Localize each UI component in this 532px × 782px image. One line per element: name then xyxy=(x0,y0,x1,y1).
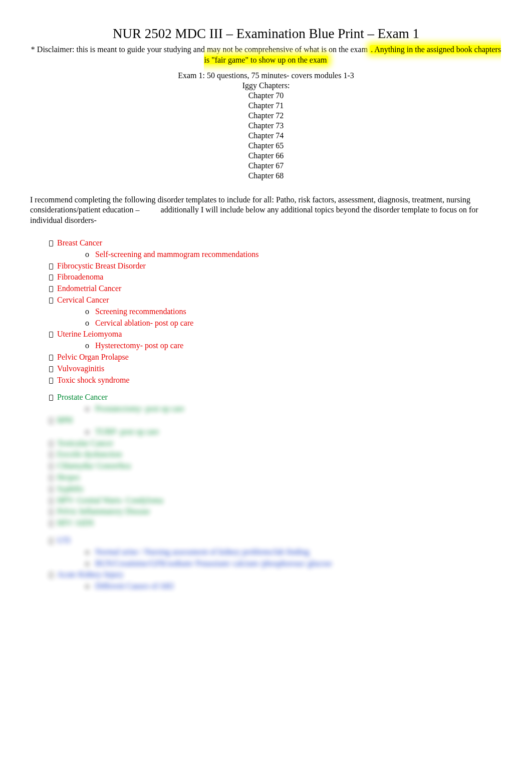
item-uterine: Uterine Leiomyoma xyxy=(57,330,122,338)
list-item: HPV- Genital Warts- Condyloma xyxy=(49,495,502,506)
item-bph: BPH xyxy=(57,416,73,424)
disclaimer-text: * Disclaimer: this is meant to guide you… xyxy=(31,45,368,54)
sub-cervical-ablation: Cervical ablation- post op care xyxy=(95,319,193,327)
list-item: Uterine Leiomyoma Hysterectomy- post op … xyxy=(49,329,502,351)
chapter-line: Chapter 65 xyxy=(30,141,502,151)
item-fibroadenoma: Fibroadenoma xyxy=(57,273,103,281)
list-item: Toxic shock syndrome xyxy=(49,375,502,386)
chapter-line: Chapter 74 xyxy=(30,131,502,141)
exam-info-block: Exam 1: 50 questions, 75 minutes- covers… xyxy=(30,71,502,181)
list-item: Endometrial Cancer xyxy=(49,284,502,294)
item-chlamydia: Chlamydia/ Gonorrhea xyxy=(57,461,131,470)
list-item: Cervical ablation- post op care xyxy=(85,318,502,329)
item-fibrocystic: Fibrocystic Breast Disorder xyxy=(57,262,146,270)
item-genital-warts: HPV- Genital Warts- Condyloma xyxy=(57,496,163,504)
item-breast-cancer: Breast Cancer xyxy=(57,238,102,247)
item-prostate: Prostate Cancer xyxy=(57,393,108,401)
list-item: Vulvovaginitis xyxy=(49,364,502,374)
sub-hysterectomy: Hysterectomy- post op care xyxy=(95,341,183,350)
disclaimer: * Disclaimer: this is meant to guide you… xyxy=(30,45,502,66)
list-item: BUN/Creatinine/GFR/sodium/ Potassium/ ca… xyxy=(85,559,502,569)
list-item: Different Causes of AKI xyxy=(85,581,502,592)
list-item: Fibroadenoma xyxy=(49,272,502,283)
list-item: Prostate Cancer Prostatectomy- post op c… xyxy=(49,392,502,414)
chapter-line: Chapter 68 xyxy=(30,171,502,181)
list-item: Cervical Cancer Screening recommendation… xyxy=(49,295,502,328)
list-item: Screening recommendations xyxy=(85,307,502,317)
exam-summary: Exam 1: 50 questions, 75 minutes- covers… xyxy=(30,71,502,81)
sub-aki-causes: Different Causes of AKI xyxy=(95,582,174,590)
list-item: Herpes xyxy=(49,472,502,483)
list-item: Pelvic Organ Prolapse xyxy=(49,352,502,363)
sub-breast-screening: Self-screening and mammogram recommendat… xyxy=(95,250,259,258)
item-pelvic: Pelvic Organ Prolapse xyxy=(57,353,129,361)
chapter-line: Chapter 70 xyxy=(30,91,502,101)
list-item: UTI Normal urine / Nursing assessment of… xyxy=(49,536,502,569)
chapter-line: Chapter 71 xyxy=(30,101,502,111)
sub-cervical-screening: Screening recommendations xyxy=(95,307,186,316)
list-item: Hysterectomy- post op care xyxy=(85,341,502,351)
sub-uti-urine: Normal urine / Nursing assessment of kid… xyxy=(95,548,309,556)
list-item: Prostatectomy- post op care xyxy=(85,404,502,414)
recommend-paragraph: I recommend completing the following dis… xyxy=(30,195,502,226)
list-item: Fibrocystic Breast Disorder xyxy=(49,261,502,272)
list-item: HIV/ AIDS xyxy=(49,518,502,529)
list-item: Testicular Cancer xyxy=(49,438,502,449)
item-aki: Acute Kidney Injury xyxy=(57,570,123,579)
item-syphilis: Syphilis xyxy=(57,484,83,493)
sub-turp: TURP- post op care xyxy=(95,427,159,436)
list-item: Self-screening and mammogram recommendat… xyxy=(85,249,502,260)
list-item: Pelvic Inflammatory Disease xyxy=(49,506,502,517)
item-toxic-shock: Toxic shock syndrome xyxy=(57,376,130,384)
page-title: NUR 2502 MDC III – Examination Blue Prin… xyxy=(30,25,502,43)
sub-uti-labs: BUN/Creatinine/GFR/sodium/ Potassium/ ca… xyxy=(95,559,332,568)
list-item: Chlamydia/ Gonorrhea xyxy=(49,461,502,471)
chapter-line: Chapter 73 xyxy=(30,121,502,131)
chapter-line: Chapter 67 xyxy=(30,161,502,171)
item-endometrial: Endometrial Cancer xyxy=(57,284,121,293)
item-hiv: HIV/ AIDS xyxy=(57,518,94,527)
list-item: TURP- post op care xyxy=(85,427,502,437)
iggy-label: Iggy Chapters: xyxy=(30,81,502,91)
disorder-list: Breast Cancer Self-screening and mammogr… xyxy=(30,238,502,414)
list-item: Erectile dysfunction xyxy=(49,449,502,460)
list-item: Syphilis xyxy=(49,484,502,494)
item-uti: UTI xyxy=(57,536,71,545)
chapter-line: Chapter 72 xyxy=(30,111,502,121)
item-herpes: Herpes xyxy=(57,473,80,481)
item-erectile: Erectile dysfunction xyxy=(57,450,122,458)
item-vulvovaginitis: Vulvovaginitis xyxy=(57,364,104,373)
item-testicular: Testicular Cancer xyxy=(57,439,113,447)
sub-prostatectomy: Prostatectomy- post op care xyxy=(95,404,184,413)
list-item: Breast Cancer Self-screening and mammogr… xyxy=(49,238,502,260)
disorder-list-blurred: BPH TURP- post op care Testicular Cancer… xyxy=(30,415,502,592)
list-item: Acute Kidney Injury Different Causes of … xyxy=(49,570,502,592)
list-item: BPH TURP- post op care xyxy=(49,415,502,437)
list-item: Normal urine / Nursing assessment of kid… xyxy=(85,547,502,558)
chapter-line: Chapter 66 xyxy=(30,151,502,161)
item-pid: Pelvic Inflammatory Disease xyxy=(57,507,150,515)
item-cervical: Cervical Cancer xyxy=(57,296,109,304)
